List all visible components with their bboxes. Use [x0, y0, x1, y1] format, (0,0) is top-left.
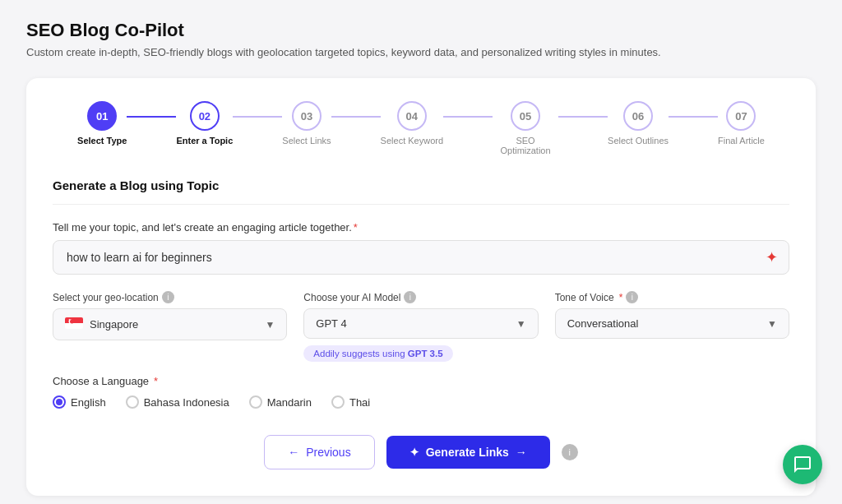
step-5-label: SEO Optimization [493, 136, 558, 155]
step-1-circle: 01 [87, 101, 117, 131]
lang-english-radio[interactable] [53, 395, 66, 409]
main-card: 01 Select Type 02 Enter a Topic 03 Selec… [26, 78, 816, 496]
tone-value: Conversational [567, 317, 639, 330]
tone-field-group: Tone of Voice * i Conversational ▼ [555, 291, 789, 362]
svg-rect-1 [65, 323, 83, 329]
page-title: SEO Blog Co-Pilot [26, 20, 816, 41]
step-3-label: Select Links [282, 136, 331, 146]
lang-english-dot [56, 399, 62, 405]
step-2[interactable]: 02 Enter a Topic [176, 101, 233, 146]
svg-rect-0 [65, 317, 83, 323]
connector-2 [233, 116, 282, 118]
ai-model-select[interactable]: GPT 4 ▼ [303, 308, 538, 339]
tone-chevron-icon: ▼ [767, 318, 777, 330]
ai-model-field-group: Choose your AI Model i GPT 4 ▼ Addily su… [303, 291, 538, 362]
step-4-label: Select Keyword [381, 136, 443, 146]
connector-6 [669, 116, 718, 118]
step-4-circle: 04 [397, 101, 427, 131]
geo-chevron-icon: ▼ [265, 319, 275, 331]
step-6-label: Select Outlines [608, 136, 669, 146]
step-7-circle: 07 [726, 101, 756, 131]
ai-model-value: GPT 4 [316, 317, 346, 330]
lang-bahasa-label: Bahasa Indonesia [144, 396, 229, 409]
step-2-circle: 02 [190, 101, 220, 131]
stepper: 01 Select Type 02 Enter a Topic 03 Selec… [53, 101, 789, 155]
connector-5 [558, 116, 608, 118]
required-star: * [354, 221, 358, 234]
lang-mandarin-label: Mandarin [267, 396, 312, 409]
language-required-star: * [154, 375, 158, 387]
chat-fab-button[interactable] [783, 445, 822, 484]
ai-model-chevron-icon: ▼ [516, 318, 526, 330]
geo-info-icon[interactable]: i [162, 291, 174, 303]
tone-select[interactable]: Conversational ▼ [555, 308, 789, 339]
arrow-left-icon: ← [288, 446, 299, 459]
topic-input-wrapper: ✦ [53, 240, 789, 275]
sparkle-btn-icon: ✦ [409, 446, 419, 459]
geo-select-left: Singapore [65, 317, 138, 331]
step-3[interactable]: 03 Select Links [282, 101, 331, 146]
language-section: Choose a Language * English Bahasa Indon… [53, 375, 789, 409]
lang-thai-radio[interactable] [331, 395, 345, 409]
ai-model-label: Choose your AI Model i [303, 291, 538, 303]
lang-english-label: English [71, 396, 106, 409]
svg-point-3 [70, 320, 74, 324]
connector-1 [127, 116, 176, 118]
connector-4 [443, 116, 493, 118]
step-7[interactable]: 07 Final Article [718, 101, 765, 146]
sparkle-icon: ✦ [766, 248, 778, 266]
geo-value: Singapore [90, 318, 138, 331]
lang-thai-label: Thai [349, 396, 370, 409]
lang-english[interactable]: English [53, 395, 106, 409]
tone-info-icon[interactable]: i [626, 291, 638, 303]
section-heading: Generate a Blog using Topic [53, 178, 789, 205]
topic-label: Tell me your topic, and let's create an … [53, 221, 789, 234]
prev-label: Previous [306, 446, 350, 459]
geo-label: Select your geo-location i [53, 291, 287, 303]
step-6[interactable]: 06 Select Outlines [608, 101, 669, 146]
generate-label: Generate Links [426, 446, 509, 459]
step-5[interactable]: 05 SEO Optimization [493, 101, 558, 155]
previous-button[interactable]: ← Previous [264, 435, 374, 469]
lang-bahasa[interactable]: Bahasa Indonesia [126, 395, 229, 409]
lang-bahasa-radio[interactable] [126, 395, 139, 409]
step-7-label: Final Article [718, 136, 765, 146]
tone-required-star: * [619, 292, 623, 303]
step-1[interactable]: 01 Select Type [77, 101, 127, 146]
step-6-circle: 06 [623, 101, 653, 131]
lang-thai[interactable]: Thai [331, 395, 370, 409]
generate-info-icon[interactable]: i [562, 444, 578, 460]
ai-model-info-icon[interactable]: i [404, 291, 416, 303]
page-subtitle: Custom create in-depth, SEO-friendly blo… [26, 46, 816, 58]
lang-mandarin-radio[interactable] [249, 395, 262, 409]
step-3-circle: 03 [292, 101, 322, 131]
connector-3 [331, 116, 381, 118]
topic-input[interactable] [53, 240, 789, 275]
language-radio-group: English Bahasa Indonesia Mandarin Thai [53, 395, 789, 409]
lang-mandarin[interactable]: Mandarin [249, 395, 312, 409]
geo-field-group: Select your geo-location i [53, 291, 287, 362]
arrow-right-icon: → [516, 446, 527, 459]
step-4[interactable]: 04 Select Keyword [381, 101, 443, 146]
fields-row: Select your geo-location i [53, 291, 789, 362]
gpt-suggestion-badge: Addily suggests using GPT 3.5 [303, 345, 452, 362]
language-label: Choose a Language * [53, 375, 789, 387]
geo-select[interactable]: Singapore ▼ [53, 308, 287, 340]
tone-label: Tone of Voice * i [555, 291, 789, 303]
singapore-flag-icon [65, 317, 83, 331]
step-2-label: Enter a Topic [176, 136, 233, 146]
step-5-circle: 05 [511, 101, 540, 131]
step-1-label: Select Type [77, 136, 127, 146]
generate-links-button[interactable]: ✦ Generate Links → [386, 436, 550, 469]
footer-buttons: ← Previous ✦ Generate Links → i [53, 435, 789, 469]
